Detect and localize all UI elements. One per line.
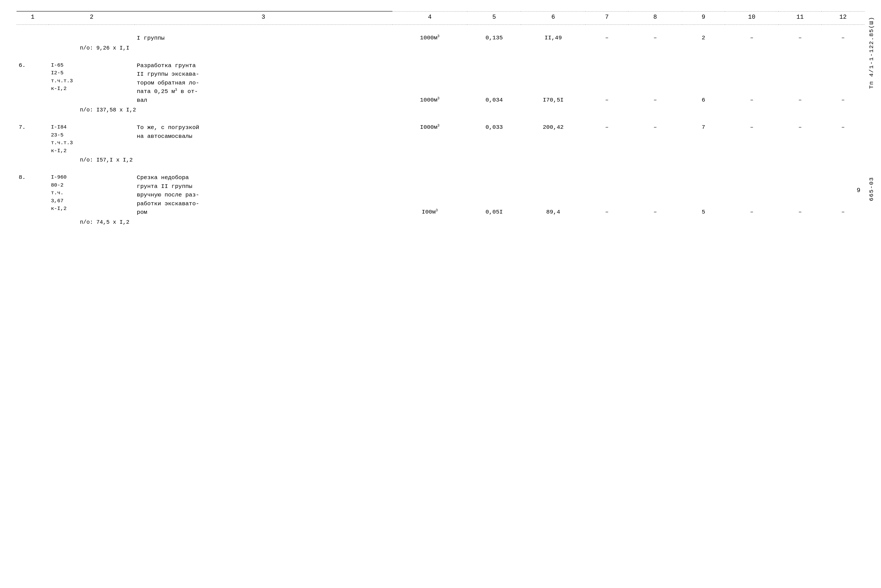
row7-col11: –	[779, 122, 822, 156]
row8-col7: –	[585, 172, 628, 218]
row8-sub: п/о: 74,5 х I,2	[17, 218, 392, 234]
list-item: п/о: I37,58 х I,2	[17, 106, 864, 122]
header-row: 1 2 3 4 5 6 7 8 9 10 11 12	[17, 11, 864, 24]
row6-col11: –	[779, 60, 822, 106]
row7-col10: –	[725, 122, 779, 156]
row-intro-num	[17, 33, 49, 44]
page-container: 1 2 3 4 5 6 7 8 9 10 11 12	[0, 0, 881, 588]
header-col-4: 4	[392, 11, 468, 24]
row7-col7: –	[585, 122, 628, 156]
vertical-text-top: Тп 4/1-1-122.85(Ш)	[868, 16, 875, 89]
header-col-11: 11	[779, 11, 822, 24]
row8-num: 8.	[17, 172, 49, 218]
row7-col12: –	[822, 122, 864, 156]
row-intro-sub: п/о: 9,26 х I,I	[17, 44, 392, 60]
header-col-9: 9	[682, 11, 725, 24]
header-col-10: 10	[725, 11, 779, 24]
main-table: 1 2 3 4 5 6 7 8 9 10 11 12	[17, 11, 864, 234]
header-col-5: 5	[467, 11, 521, 24]
row8-qty: 0,05I	[467, 172, 521, 218]
row6-code: I-65 I2-5 т.ч.т.3 к-I,2	[49, 60, 135, 106]
row7-col8: –	[628, 122, 682, 156]
row6-col7: –	[585, 60, 628, 106]
side-label-9: 9	[857, 187, 860, 194]
row8-price: 89,4	[521, 172, 585, 218]
row6-qty: 0,034	[467, 60, 521, 106]
row7-col9: 7	[682, 122, 725, 156]
row-intro-price: II,49	[521, 33, 585, 44]
list-item: 7. I-I84 23-5 т.ч.т.3 к-I,2 То же, с пог…	[17, 122, 864, 156]
row6-col9: 6	[682, 60, 725, 106]
row-intro-desc: I группы	[135, 33, 392, 44]
row-intro-col7: –	[585, 33, 628, 44]
row7-sub: п/о: I57,I х I,2	[17, 156, 392, 172]
row-intro-col11: –	[779, 33, 822, 44]
row8-col11: –	[779, 172, 822, 218]
row8-unit: I00м3	[392, 172, 468, 218]
row8-col9: 5	[682, 172, 725, 218]
row-intro-col12: –	[822, 33, 864, 44]
row7-desc: То же, с погрузкойна автосамосвалы	[135, 122, 392, 156]
row8-desc: Срезка недоборагрунта II группывручную п…	[135, 172, 392, 218]
row-intro-col10: –	[725, 33, 779, 44]
header-col-6: 6	[521, 11, 585, 24]
row8-col12: –	[822, 172, 864, 218]
list-item: п/о: 74,5 х I,2	[17, 218, 864, 234]
header-col-7: 7	[585, 11, 628, 24]
row6-desc: Разработка грунтаII группы экскава-тором…	[135, 60, 392, 106]
row-intro-qty: 0,135	[467, 33, 521, 44]
row7-price: 200,42	[521, 122, 585, 156]
header-col-2: 2	[49, 11, 135, 24]
vertical-text-bottom: 665-03	[868, 177, 875, 201]
list-item: I группы 1000м3 0,135 II,49 – – 2 – – –	[17, 33, 864, 44]
row7-qty: 0,033	[467, 122, 521, 156]
row6-col8: –	[628, 60, 682, 106]
row7-num: 7.	[17, 122, 49, 156]
row8-code: I-960 80-2 т.ч. 3,67 к-I,2	[49, 172, 135, 218]
row6-unit: 1000м3	[392, 60, 468, 106]
row6-sub: п/о: I37,58 х I,2	[17, 106, 392, 122]
row8-col10: –	[725, 172, 779, 218]
list-item: 6. I-65 I2-5 т.ч.т.3 к-I,2 Разработка гр…	[17, 60, 864, 106]
row6-col10: –	[725, 60, 779, 106]
row6-num: 6.	[17, 60, 49, 106]
row-intro-unit: 1000м3	[392, 33, 468, 44]
row8-col8: –	[628, 172, 682, 218]
row7-unit: I000м3	[392, 122, 468, 156]
row7-code: I-I84 23-5 т.ч.т.3 к-I,2	[49, 122, 135, 156]
list-item: п/о: 9,26 х I,I	[17, 44, 864, 60]
row6-col12: –	[822, 60, 864, 106]
row6-price: I70,5I	[521, 60, 585, 106]
vertical-text-container: Тп 4/1-1-122.85(Ш) 665-03	[862, 0, 881, 588]
row-intro-code	[49, 33, 135, 44]
list-item: п/о: I57,I х I,2	[17, 156, 864, 172]
list-item: 8. I-960 80-2 т.ч. 3,67 к-I,2 Срезка нед…	[17, 172, 864, 218]
table-wrapper: 1 2 3 4 5 6 7 8 9 10 11 12	[17, 11, 864, 234]
header-col-3: 3	[135, 11, 392, 24]
header-col-12: 12	[822, 11, 864, 24]
row-intro-col8: –	[628, 33, 682, 44]
row-intro-col9: 2	[682, 33, 725, 44]
header-col-1: 1	[17, 11, 49, 24]
header-col-8: 8	[628, 11, 682, 24]
